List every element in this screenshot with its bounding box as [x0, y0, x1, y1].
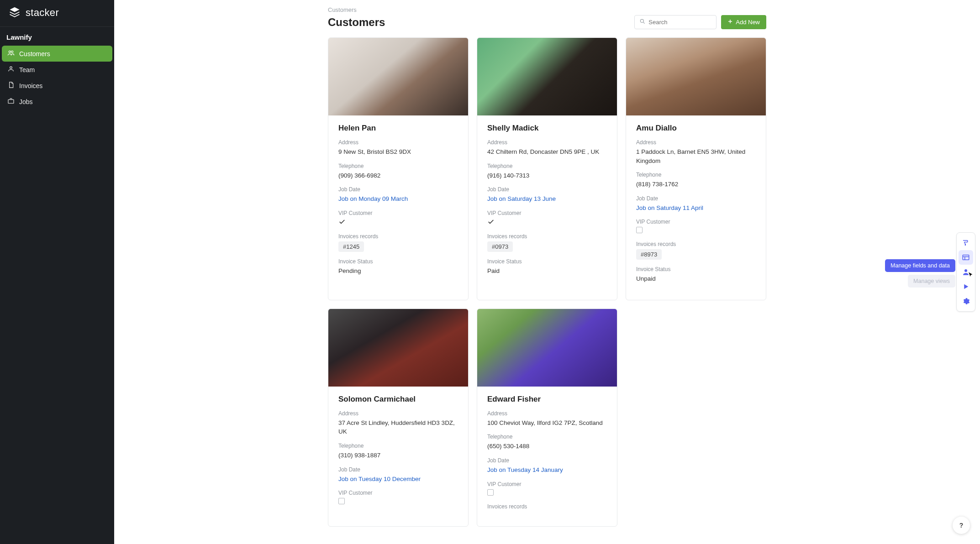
- floatbar-play-button[interactable]: [959, 279, 973, 294]
- sidebar: stacker Lawnify Customers Team Invoices …: [0, 0, 114, 544]
- status-value: Unpaid: [636, 275, 656, 282]
- field-label: Invoice Status: [636, 266, 756, 272]
- field-label: Address: [636, 139, 756, 146]
- brand-row: stacker: [0, 0, 114, 27]
- telephone-value: (650) 530-1488: [487, 443, 529, 450]
- field-address: Address 100 Cheviot Way, Ilford IG2 7PZ,…: [487, 410, 607, 428]
- customers-grid: Helen Pan Address 9 New St, Bristol BS2 …: [328, 37, 766, 527]
- sidebar-item-team[interactable]: Team: [2, 62, 112, 78]
- field-invoices: Invoices records #0973: [487, 233, 607, 252]
- add-new-button[interactable]: Add New: [721, 15, 766, 29]
- field-label: VIP Customer: [338, 490, 458, 496]
- field-jobdate: Job Date Job on Saturday 11 April: [636, 195, 756, 213]
- customer-name: Solomon Carmichael: [338, 395, 458, 404]
- checkmark-icon: [487, 218, 495, 225]
- address-value: 1 Paddock Ln, Barnet EN5 3HW, United Kin…: [636, 148, 745, 164]
- floatbar-tooltip-secondary: Manage views: [908, 275, 955, 288]
- floatbar-paint-button[interactable]: [959, 235, 973, 250]
- briefcase-icon: [7, 97, 15, 106]
- sidebar-item-label: Team: [19, 66, 35, 73]
- field-label: Telephone: [636, 172, 756, 178]
- customer-photo: [626, 38, 766, 115]
- jobdate-link[interactable]: Job on Saturday 11 April: [636, 204, 703, 211]
- customer-photo: [477, 309, 617, 387]
- field-status: Invoice Status Pending: [338, 258, 458, 276]
- field-label: Job Date: [487, 186, 607, 193]
- user-icon: [7, 65, 15, 74]
- stacker-logo-icon: [8, 6, 21, 19]
- field-invoices: Invoices records #8973: [636, 241, 756, 260]
- field-label: Invoices records: [636, 241, 756, 247]
- field-telephone: Telephone (818) 738-1762: [636, 172, 756, 189]
- field-jobdate: Job Date Job on Monday 09 March: [338, 186, 458, 204]
- address-value: 9 New St, Bristol BS2 9DX: [338, 148, 411, 155]
- field-label: Address: [338, 410, 458, 417]
- invoice-chip[interactable]: #1245: [338, 241, 364, 252]
- invoice-chip[interactable]: #8973: [636, 249, 662, 260]
- field-label: Invoice Status: [487, 258, 607, 265]
- brand-name: stacker: [26, 7, 59, 19]
- field-label: Job Date: [338, 466, 458, 473]
- address-value: 42 Chiltern Rd, Doncaster DN5 9PE , UK: [487, 148, 599, 155]
- float-toolbar: [956, 232, 975, 312]
- jobdate-link[interactable]: Job on Saturday 13 June: [487, 195, 556, 202]
- sidebar-item-label: Invoices: [19, 82, 42, 89]
- users-icon: [7, 49, 15, 58]
- search-icon: [639, 18, 646, 26]
- customer-photo: [328, 38, 468, 115]
- telephone-value: (909) 366-6982: [338, 172, 380, 179]
- address-value: 37 Acre St Lindley, Huddersfield HD3 3DZ…: [338, 419, 455, 435]
- search-input[interactable]: [648, 19, 711, 26]
- search-input-wrap[interactable]: [634, 15, 717, 29]
- telephone-value: (818) 738-1762: [636, 181, 678, 188]
- customer-card[interactable]: Shelly Madick Address 42 Chiltern Rd, Do…: [477, 37, 617, 300]
- floatbar-fields-button[interactable]: [959, 250, 973, 265]
- invoice-chip[interactable]: #0973: [487, 241, 513, 252]
- floatbar-user-button[interactable]: [959, 265, 973, 279]
- jobdate-link[interactable]: Job on Monday 09 March: [338, 195, 408, 202]
- svg-line-5: [643, 22, 645, 23]
- svg-point-0: [9, 51, 11, 52]
- customer-card[interactable]: Amu Diallo Address 1 Paddock Ln, Barnet …: [626, 37, 766, 300]
- customer-card[interactable]: Helen Pan Address 9 New St, Bristol BS2 …: [328, 37, 469, 300]
- help-button[interactable]: ?: [953, 517, 970, 534]
- field-label: Address: [338, 139, 458, 146]
- checkbox-empty-icon: [338, 498, 345, 504]
- jobdate-link[interactable]: Job on Tuesday 14 January: [487, 466, 563, 473]
- breadcrumb: Customers: [328, 6, 766, 13]
- field-address: Address 1 Paddock Ln, Barnet EN5 3HW, Un…: [636, 139, 756, 165]
- floatbar-settings-button[interactable]: [959, 294, 973, 309]
- workspace-name: Lawnify: [0, 27, 114, 46]
- customer-name: Helen Pan: [338, 124, 458, 133]
- field-label: Address: [487, 410, 607, 417]
- address-value: 100 Cheviot Way, Ilford IG2 7PZ, Scotlan…: [487, 419, 603, 426]
- jobdate-link[interactable]: Job on Tuesday 10 December: [338, 476, 421, 482]
- field-vip: VIP Customer: [636, 219, 756, 235]
- field-label: Job Date: [487, 457, 607, 464]
- status-value: Paid: [487, 267, 500, 274]
- field-label: VIP Customer: [487, 481, 607, 487]
- sidebar-item-invoices[interactable]: Invoices: [2, 78, 112, 94]
- field-label: Address: [487, 139, 607, 146]
- field-status: Invoice Status Paid: [487, 258, 607, 276]
- add-new-label: Add New: [736, 19, 760, 26]
- plus-icon: [727, 19, 733, 26]
- field-vip: VIP Customer: [487, 481, 607, 497]
- field-vip: VIP Customer: [338, 490, 458, 506]
- customer-card[interactable]: Solomon Carmichael Address 37 Acre St Li…: [328, 309, 469, 527]
- field-label: Telephone: [487, 163, 607, 169]
- field-jobdate: Job Date Job on Saturday 13 June: [487, 186, 607, 204]
- customer-card[interactable]: Edward Fisher Address 100 Cheviot Way, I…: [477, 309, 617, 527]
- page-title: Customers: [328, 16, 385, 29]
- field-jobdate: Job Date Job on Tuesday 14 January: [487, 457, 607, 475]
- field-label: VIP Customer: [636, 219, 756, 225]
- field-label: Invoice Status: [338, 258, 458, 265]
- sidebar-item-jobs[interactable]: Jobs: [2, 94, 112, 110]
- main-scroll[interactable]: Customers Customers Add New: [114, 0, 980, 544]
- floatbar-tooltip-active: Manage fields and data: [885, 259, 955, 272]
- sidebar-item-label: Jobs: [19, 98, 33, 105]
- field-invoices: Invoices records #1245: [338, 233, 458, 252]
- sidebar-item-customers[interactable]: Customers: [2, 46, 112, 62]
- field-telephone: Telephone (909) 366-6982: [338, 163, 458, 180]
- field-label: Job Date: [636, 195, 756, 202]
